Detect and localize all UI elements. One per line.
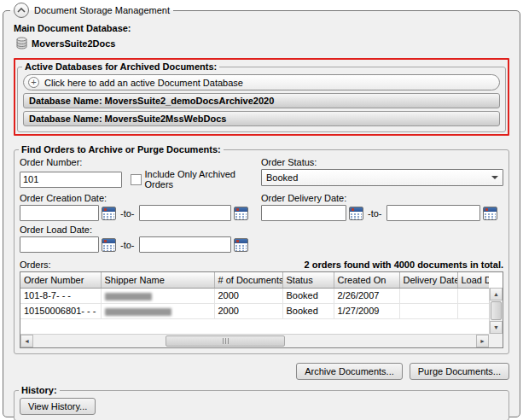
- load-date-label: Order Load Date:: [20, 225, 261, 235]
- to-label: -to-: [119, 208, 137, 219]
- creation-date-label: Order Creation Date:: [20, 193, 261, 203]
- load-date-to-input[interactable]: [139, 236, 231, 253]
- column-header-delivery-date[interactable]: Delivery Date: [399, 272, 457, 288]
- panel-header: Document Storage Management: [10, 3, 173, 18]
- collapse-expander-button[interactable]: [14, 3, 29, 18]
- column-header-created-on[interactable]: Created On: [334, 272, 399, 288]
- history-title: History:: [19, 385, 60, 395]
- database-name-value: MoversSuite2_demoDocsArchive2020: [105, 96, 275, 106]
- column-header-shipper-name[interactable]: Shipper Name: [101, 272, 214, 288]
- column-header-documents[interactable]: # of Documents: [214, 272, 282, 288]
- orders-table: Order Number Shipper Name # of Documents…: [20, 271, 503, 348]
- creation-date-from-input[interactable]: [20, 205, 99, 221]
- cell-documents: 2000: [214, 303, 282, 318]
- plus-icon: +: [28, 77, 39, 88]
- cell-status: Booked: [282, 303, 334, 318]
- to-label: -to-: [366, 208, 384, 219]
- archive-documents-button[interactable]: Archive Documents...: [296, 363, 403, 380]
- main-database-label: Main Document Database:: [14, 23, 509, 33]
- table-row[interactable]: 101-8-7- - - 2000 Booked 2/26/2007: [20, 288, 489, 303]
- cell-delivery-date: [399, 303, 457, 318]
- cell-status: Booked: [282, 288, 334, 303]
- document-storage-management-panel: Document Storage Management Main Documen…: [3, 3, 520, 417]
- table-row[interactable]: 10150006801- - - 2000 Booked 1/27/2009: [20, 303, 489, 318]
- horizontal-scroll-thumb[interactable]: [166, 335, 285, 347]
- scroll-down-arrow[interactable]: ▼: [490, 321, 503, 334]
- table-header-row: Order Number Shipper Name # of Documents…: [20, 272, 489, 288]
- column-header-order-number[interactable]: Order Number: [20, 272, 101, 288]
- table-vertical-scrollbar[interactable]: ▲ ▼: [489, 288, 503, 334]
- delivery-date-label: Order Delivery Date:: [261, 193, 503, 203]
- order-status-label: Order Status:: [261, 157, 503, 167]
- view-history-button[interactable]: View History...: [20, 398, 96, 415]
- database-name-prefix: Database Name:: [29, 114, 102, 124]
- cell-load-date: [457, 288, 489, 303]
- database-row[interactable]: Database Name: MoversSuite2MssWebDocs: [23, 111, 500, 126]
- main-database-name: MoversSuite2Docs: [32, 38, 115, 49]
- document-storage-management-window: Document Storage Management Main Documen…: [0, 0, 523, 420]
- creation-date-to-input[interactable]: [139, 205, 231, 221]
- cell-shipper-name: [101, 288, 214, 303]
- cell-shipper-name: [101, 303, 214, 318]
- table-horizontal-scrollbar[interactable]: ◄ ►: [20, 334, 489, 347]
- cell-created-on: 1/27/2009: [334, 303, 399, 318]
- history-group: History: View History...: [14, 385, 509, 420]
- scroll-left-arrow[interactable]: ◄: [20, 335, 33, 347]
- include-archived-checkbox[interactable]: [131, 174, 142, 185]
- cell-order-number: 101-8-7- - -: [20, 288, 101, 303]
- calendar-icon[interactable]: [349, 207, 363, 220]
- add-database-label: Click here to add an active Document Dat…: [44, 78, 243, 88]
- calendar-icon[interactable]: [234, 207, 248, 220]
- delivery-date-from-input[interactable]: [261, 205, 346, 221]
- redacted-shipper-name: [105, 293, 152, 300]
- panel-title: Document Storage Management: [34, 5, 170, 15]
- scroll-right-arrow[interactable]: ►: [476, 335, 489, 347]
- database-row[interactable]: Database Name: MoversSuite2_demoDocsArch…: [23, 93, 500, 108]
- calendar-icon[interactable]: [234, 238, 248, 252]
- delivery-date-to-input[interactable]: [386, 205, 480, 221]
- database-icon: [16, 37, 27, 50]
- to-label: -to-: [119, 240, 137, 250]
- purge-documents-button[interactable]: Purge Documents...: [410, 363, 509, 380]
- archived-databases-group: Active Databases for Archived Documents:…: [17, 61, 506, 132]
- order-number-label: Order Number:: [20, 157, 261, 167]
- column-header-load-date[interactable]: Load D: [457, 272, 489, 288]
- include-archived-label: Include Only Archived Orders: [145, 169, 262, 190]
- load-date-from-input[interactable]: [20, 236, 99, 253]
- orders-label: Orders:: [20, 260, 51, 270]
- orders-summary: 2 orders found with 4000 documents in to…: [305, 260, 503, 270]
- annotation-highlight-box: Active Databases for Archived Documents:…: [14, 58, 509, 136]
- chevron-up-icon: [17, 8, 26, 13]
- calendar-icon[interactable]: [483, 207, 497, 220]
- database-name-prefix: Database Name:: [29, 96, 102, 106]
- redacted-shipper-name: [105, 308, 171, 316]
- add-database-button[interactable]: + Click here to add an active Document D…: [23, 74, 500, 90]
- calendar-icon[interactable]: [102, 238, 116, 252]
- database-name-value: MoversSuite2MssWebDocs: [105, 114, 227, 124]
- order-status-select[interactable]: Booked: [261, 169, 503, 186]
- cell-load-date: [457, 303, 489, 318]
- cell-order-number: 10150006801- - -: [20, 303, 101, 318]
- order-status-value: Booked: [266, 172, 298, 183]
- order-number-input[interactable]: [20, 172, 122, 188]
- archived-databases-title: Active Databases for Archived Documents:: [22, 61, 219, 72]
- scrollbar-corner: [489, 334, 503, 347]
- main-database-section: Main Document Database: MoversSuite2Docs: [14, 23, 509, 50]
- calendar-icon[interactable]: [102, 207, 116, 220]
- column-header-status[interactable]: Status: [282, 272, 334, 288]
- vertical-scroll-thumb[interactable]: [491, 301, 502, 320]
- cell-documents: 2000: [214, 288, 282, 303]
- cell-delivery-date: [399, 288, 457, 303]
- chevron-down-icon: [491, 176, 498, 179]
- find-orders-title: Find Orders to Archive or Purge Document…: [19, 144, 224, 155]
- scroll-up-arrow[interactable]: ▲: [490, 288, 503, 300]
- find-orders-group: Find Orders to Archive or Purge Document…: [14, 144, 509, 354]
- cell-created-on: 2/26/2007: [334, 288, 399, 303]
